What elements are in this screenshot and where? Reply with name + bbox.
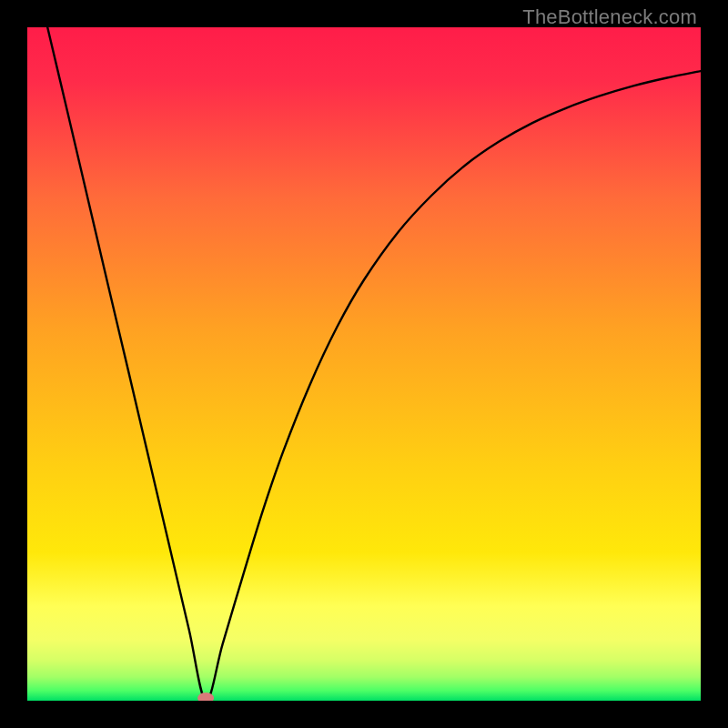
gradient-background <box>27 27 701 701</box>
chart-frame <box>27 27 701 701</box>
bottleneck-chart <box>27 27 701 701</box>
watermark-text: TheBottleneck.com <box>522 5 697 29</box>
